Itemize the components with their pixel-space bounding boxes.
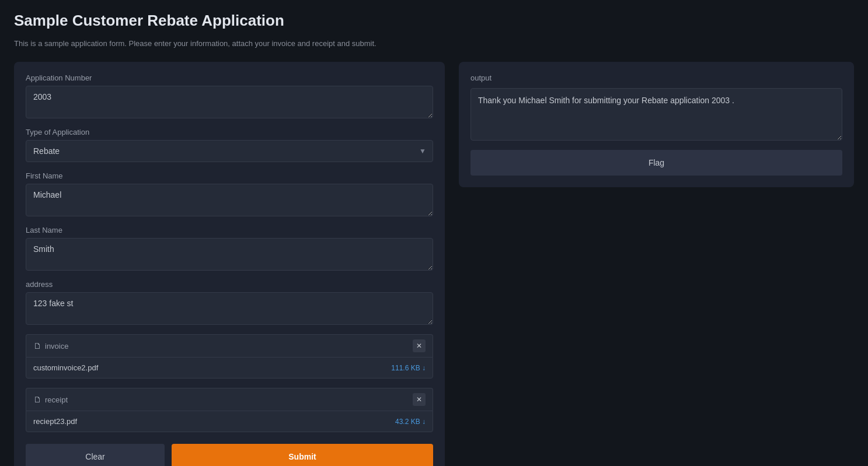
receipt-file-row: reciept23.pdf 43.2 KB ↓	[26, 411, 433, 432]
last-name-input[interactable]	[26, 238, 433, 271]
invoice-label: invoice	[45, 342, 68, 351]
receipt-filesize: 43.2 KB ↓	[395, 418, 426, 426]
receipt-label: receipt	[45, 395, 68, 404]
output-label: output	[470, 73, 842, 82]
receipt-file-header: 🗋 receipt ✕	[26, 388, 433, 411]
first-name-input[interactable]	[26, 184, 433, 216]
last-name-label: Last Name	[26, 226, 433, 234]
invoice-filesize: 111.6 KB ↓	[391, 364, 426, 372]
application-number-label: Application Number	[26, 73, 433, 82]
file-icon: 🗋	[33, 341, 41, 351]
invoice-filename: custominvoice2.pdf	[33, 363, 98, 372]
invoice-file-row: custominvoice2.pdf 111.6 KB ↓	[26, 357, 433, 379]
type-of-application-group: Type of Application Rebate Warranty Retu…	[26, 128, 433, 162]
file-icon-receipt: 🗋	[33, 395, 41, 404]
submit-button[interactable]: Submit	[172, 444, 433, 466]
page-subtitle: This is a sample application form. Pleas…	[14, 39, 854, 48]
page-title: Sample Customer Rebate Application	[14, 12, 854, 30]
receipt-file-header-label: 🗋 receipt	[33, 395, 68, 404]
receipt-upload-section: 🗋 receipt ✕ reciept23.pdf 43.2 KB ↓	[26, 388, 433, 432]
last-name-group: Last Name	[26, 226, 433, 271]
close-icon: ✕	[416, 342, 422, 350]
invoice-file-header: 🗋 invoice ✕	[26, 334, 433, 357]
address-label: address	[26, 280, 433, 289]
type-of-application-label: Type of Application	[26, 128, 433, 136]
first-name-group: First Name	[26, 171, 433, 216]
clear-button[interactable]: Clear	[26, 444, 165, 466]
type-select[interactable]: Rebate Warranty Return	[26, 140, 433, 162]
invoice-upload-section: 🗋 invoice ✕ custominvoice2.pdf 111.6 KB …	[26, 334, 433, 379]
form-panel: Application Number Type of Application R…	[14, 62, 445, 466]
first-name-label: First Name	[26, 171, 433, 180]
output-panel: output Flag	[459, 62, 854, 187]
address-group: address	[26, 280, 433, 325]
main-layout: Application Number Type of Application R…	[14, 62, 854, 466]
type-select-wrapper: Rebate Warranty Return ▼	[26, 140, 433, 162]
invoice-file-header-label: 🗋 invoice	[33, 341, 68, 351]
form-button-row: Clear Submit	[26, 444, 433, 466]
application-number-group: Application Number	[26, 73, 433, 118]
close-icon-receipt: ✕	[416, 395, 422, 404]
invoice-remove-button[interactable]: ✕	[413, 339, 426, 352]
receipt-remove-button[interactable]: ✕	[413, 393, 426, 406]
application-number-input[interactable]	[26, 86, 433, 118]
flag-button[interactable]: Flag	[470, 150, 842, 176]
output-textarea[interactable]	[470, 88, 842, 141]
address-input[interactable]	[26, 292, 433, 325]
receipt-filename: reciept23.pdf	[33, 417, 77, 426]
output-group: output	[470, 73, 842, 141]
